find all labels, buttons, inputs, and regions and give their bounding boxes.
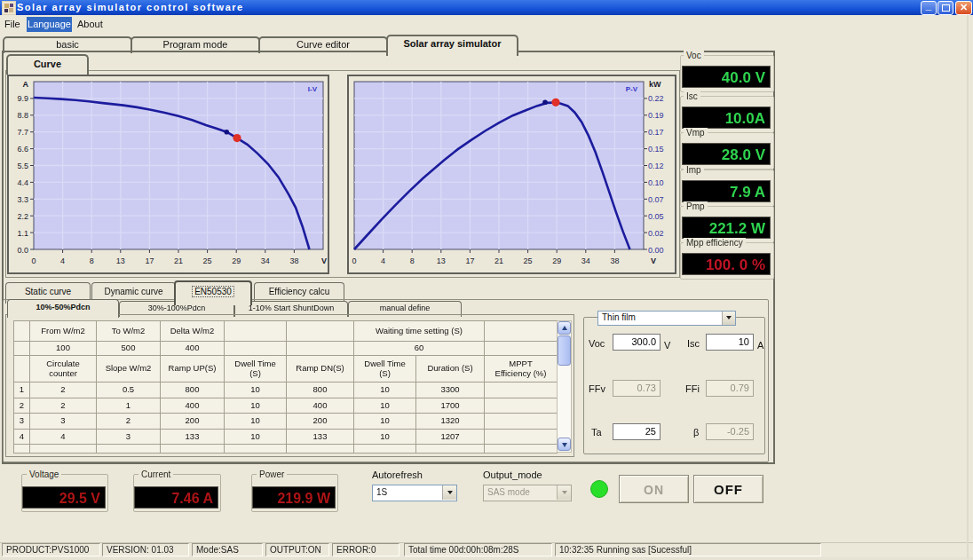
svg-text:29: 29 xyxy=(552,256,561,265)
svg-text:0.19: 0.19 xyxy=(648,111,664,120)
svg-text:V: V xyxy=(321,256,327,265)
svg-text:0.02: 0.02 xyxy=(648,229,664,238)
svg-text:17: 17 xyxy=(145,256,154,265)
svg-text:0: 0 xyxy=(31,256,36,265)
svg-text:4: 4 xyxy=(381,256,385,265)
svg-text:13: 13 xyxy=(437,256,446,265)
svg-text:6.6: 6.6 xyxy=(17,145,28,154)
svg-text:21: 21 xyxy=(174,256,183,265)
svg-text:P-V: P-V xyxy=(626,85,638,93)
svg-text:0.10: 0.10 xyxy=(648,178,664,187)
svg-text:7.7: 7.7 xyxy=(17,128,28,137)
svg-text:3.3: 3.3 xyxy=(17,195,28,204)
svg-text:0: 0 xyxy=(352,256,356,265)
svg-text:34: 34 xyxy=(581,256,590,265)
svg-text:kW: kW xyxy=(649,80,661,89)
svg-text:0.0: 0.0 xyxy=(17,246,28,255)
svg-text:21: 21 xyxy=(494,256,503,265)
svg-text:13: 13 xyxy=(116,256,125,265)
svg-text:38: 38 xyxy=(289,256,298,265)
svg-text:0.12: 0.12 xyxy=(648,162,664,170)
svg-text:V: V xyxy=(651,256,656,265)
svg-text:0.17: 0.17 xyxy=(648,128,664,137)
svg-text:8.8: 8.8 xyxy=(17,111,28,120)
svg-text:0.00: 0.00 xyxy=(648,246,664,255)
svg-text:25: 25 xyxy=(203,256,212,265)
svg-text:29: 29 xyxy=(232,256,241,265)
svg-text:5.5: 5.5 xyxy=(17,162,28,170)
svg-text:17: 17 xyxy=(465,256,474,265)
svg-text:0.07: 0.07 xyxy=(648,195,664,204)
svg-text:I-V: I-V xyxy=(308,85,318,93)
svg-text:4.4: 4.4 xyxy=(17,178,28,187)
svg-text:38: 38 xyxy=(610,256,619,265)
svg-text:1.1: 1.1 xyxy=(17,229,28,238)
svg-text:A: A xyxy=(23,80,29,89)
svg-text:8: 8 xyxy=(410,256,415,265)
svg-text:0.22: 0.22 xyxy=(648,94,664,103)
svg-text:0.15: 0.15 xyxy=(648,145,664,154)
svg-text:0.05: 0.05 xyxy=(648,212,664,221)
svg-text:2.2: 2.2 xyxy=(17,212,28,221)
svg-text:25: 25 xyxy=(524,256,533,265)
svg-text:4: 4 xyxy=(60,256,65,265)
svg-text:34: 34 xyxy=(261,256,270,265)
svg-text:8: 8 xyxy=(90,256,94,265)
svg-text:9.9: 9.9 xyxy=(17,94,28,103)
